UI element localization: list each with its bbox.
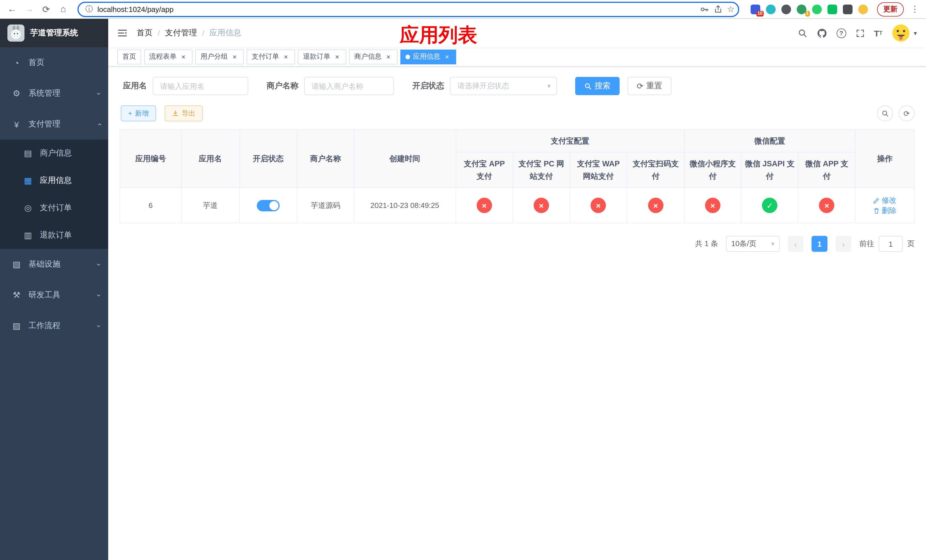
add-button[interactable]: + 新增 xyxy=(121,105,156,121)
chevron-down-icon: › xyxy=(95,294,103,297)
status-select-placeholder: 请选择开启状态 xyxy=(457,81,509,91)
emoji-extension-icon[interactable] xyxy=(858,4,868,14)
cell-alipay-qr: × xyxy=(627,188,684,223)
share-icon[interactable] xyxy=(713,5,722,14)
delete-button[interactable]: 删除 xyxy=(873,205,896,216)
sidebar-item-system[interactable]: ⚙ 系统管理 › xyxy=(0,78,108,109)
sidebar-item-label: 基础设施 xyxy=(29,259,61,269)
extension-icon[interactable] xyxy=(766,4,776,14)
sidebar-item-payment[interactable]: ¥ 支付管理 › xyxy=(0,109,108,139)
site-info-icon[interactable]: ⓘ xyxy=(85,4,93,14)
config-status-icon: ✓ xyxy=(762,198,777,213)
close-icon[interactable]: × xyxy=(231,53,239,61)
sidebar-item-label: 工作流程 xyxy=(29,321,61,331)
merchant-name-input[interactable] xyxy=(304,77,394,95)
close-icon[interactable]: × xyxy=(282,53,290,61)
app-logo[interactable]: 芋道管理系统 xyxy=(0,19,108,47)
cell-created: 2021-10-23 08:49:25 xyxy=(354,188,455,223)
browser-back-button[interactable]: ← xyxy=(5,2,20,17)
infrastructure-icon: ▧ xyxy=(11,259,22,269)
sidebar-item-label: 应用信息 xyxy=(40,176,72,186)
sidebar-item-pay-orders[interactable]: ◎ 支付订单 xyxy=(0,194,108,222)
card-icon: ▤ xyxy=(23,148,33,158)
reset-button[interactable]: ⟳ 重置 xyxy=(628,77,671,95)
url-text[interactable]: localhost:1024/pay/app xyxy=(97,5,694,14)
next-page-button[interactable]: › xyxy=(835,236,851,252)
goto-page-input[interactable] xyxy=(879,236,903,252)
page-root: ← → ⟳ ⌂ ⓘ localhost:1024/pay/app ☆ 10 1 xyxy=(0,0,926,560)
close-icon[interactable]: × xyxy=(333,53,341,61)
cell-alipay-pc: × xyxy=(513,188,569,223)
config-status-icon: × xyxy=(648,198,663,213)
tab-user-group[interactable]: 用户分组 × xyxy=(195,49,244,64)
cell-wechat-mini: × xyxy=(684,188,741,223)
user-avatar[interactable]: ▾ xyxy=(891,23,917,43)
filter-merchant-name: 商户名称 xyxy=(266,77,394,95)
sidebar-item-label: 退款订单 xyxy=(40,230,72,241)
browser-forward-button[interactable]: → xyxy=(22,2,36,17)
sidebar-item-workflow[interactable]: ▨ 工作流程 › xyxy=(0,310,108,341)
edit-button[interactable]: 修改 xyxy=(873,195,896,205)
extension-icon[interactable]: 1 xyxy=(797,4,806,14)
extension-icon[interactable] xyxy=(781,4,791,14)
sidebar-item-label: 研发工具 xyxy=(29,290,61,300)
current-page-button[interactable]: 1 xyxy=(811,236,828,252)
sidebar-item-devtools[interactable]: ⚒ 研发工具 › xyxy=(0,280,108,310)
password-key-icon[interactable] xyxy=(699,4,709,14)
search-icon[interactable] xyxy=(798,28,808,38)
browser-menu-icon[interactable]: ⋮ xyxy=(908,4,921,14)
app-shell: 芋道管理系统 ◔ 首页 ⚙ 系统管理 › ¥ 支付管理 › ▤ 商户信息 xyxy=(0,19,926,560)
sidebar-item-refund-orders[interactable]: ▥ 退款订单 xyxy=(0,222,108,249)
tab-refund-orders[interactable]: 退款订单 × xyxy=(298,49,346,64)
prev-page-button[interactable]: ‹ xyxy=(788,236,803,252)
bookmark-star-icon[interactable]: ☆ xyxy=(727,4,735,14)
app-name-input[interactable] xyxy=(153,77,248,95)
github-icon[interactable] xyxy=(817,28,828,38)
sidebar: 芋道管理系统 ◔ 首页 ⚙ 系统管理 › ¥ 支付管理 › ▤ 商户信息 xyxy=(0,19,108,560)
status-toggle[interactable] xyxy=(257,200,280,211)
tab-pay-orders[interactable]: 支付订单 × xyxy=(247,49,295,64)
extension-icon[interactable]: 10 xyxy=(750,4,760,14)
breadcrumb-payment[interactable]: 支付管理 xyxy=(165,28,197,38)
help-icon[interactable]: ? xyxy=(837,28,846,38)
extension-icon[interactable] xyxy=(828,4,837,14)
refresh-table-icon[interactable]: ⟳ xyxy=(899,105,915,121)
col-alipay-app: 支付宝 APP 支付 xyxy=(455,152,513,188)
order-icon: ◎ xyxy=(23,203,33,213)
tab-process-form[interactable]: 流程表单 × xyxy=(144,49,192,64)
search-button[interactable]: 搜索 xyxy=(575,77,620,95)
tab-home[interactable]: 首页 xyxy=(117,49,141,64)
toggle-search-icon[interactable] xyxy=(877,105,893,121)
cell-actions: 修改 删除 xyxy=(855,188,914,223)
close-icon[interactable]: × xyxy=(384,53,392,61)
export-button[interactable]: 导出 xyxy=(165,105,203,121)
tab-label: 退款订单 xyxy=(303,52,330,62)
tab-merchant-info[interactable]: 商户信息 × xyxy=(349,49,398,64)
font-size-icon[interactable]: TT xyxy=(874,29,882,37)
page-size-select[interactable]: 10条/页 ▾ xyxy=(726,236,780,252)
extension-icon[interactable] xyxy=(812,4,822,14)
status-select[interactable]: 请选择开启状态 ▾ xyxy=(450,77,557,95)
puzzle-extension-icon[interactable] xyxy=(843,4,853,14)
close-icon[interactable]: × xyxy=(443,53,451,61)
cell-app-name: 芋道 xyxy=(182,188,239,223)
address-bar[interactable]: ⓘ localhost:1024/pay/app ☆ xyxy=(77,2,739,17)
sidebar-item-app-info[interactable]: ▦ 应用信息 xyxy=(0,167,108,194)
browser-reload-button[interactable]: ⟳ xyxy=(39,2,53,17)
chevron-down-icon: › xyxy=(95,325,103,327)
chrome-update-button[interactable]: 更新 xyxy=(877,2,904,16)
close-icon[interactable]: × xyxy=(179,53,188,61)
config-status-icon: × xyxy=(819,198,835,213)
browser-home-button[interactable]: ⌂ xyxy=(56,2,71,17)
sidebar-item-home[interactable]: ◔ 首页 xyxy=(0,47,108,78)
sidebar-toggle-icon[interactable] xyxy=(117,28,127,38)
sidebar-item-infrastructure[interactable]: ▧ 基础设施 › xyxy=(0,249,108,280)
caret-down-icon: ▾ xyxy=(914,29,917,37)
breadcrumb-home[interactable]: 首页 xyxy=(137,28,153,38)
fullscreen-icon[interactable] xyxy=(855,28,865,38)
tab-app-info[interactable]: 应用信息 × xyxy=(400,49,456,64)
caret-down-icon: ▾ xyxy=(547,82,551,90)
config-status-icon: × xyxy=(590,198,606,213)
sidebar-item-merchant-info[interactable]: ▤ 商户信息 xyxy=(0,139,108,167)
app-table: 应用编号 应用名 开启状态 商户名称 创建时间 支付宝配置 微信配置 操作 支付… xyxy=(120,129,915,223)
